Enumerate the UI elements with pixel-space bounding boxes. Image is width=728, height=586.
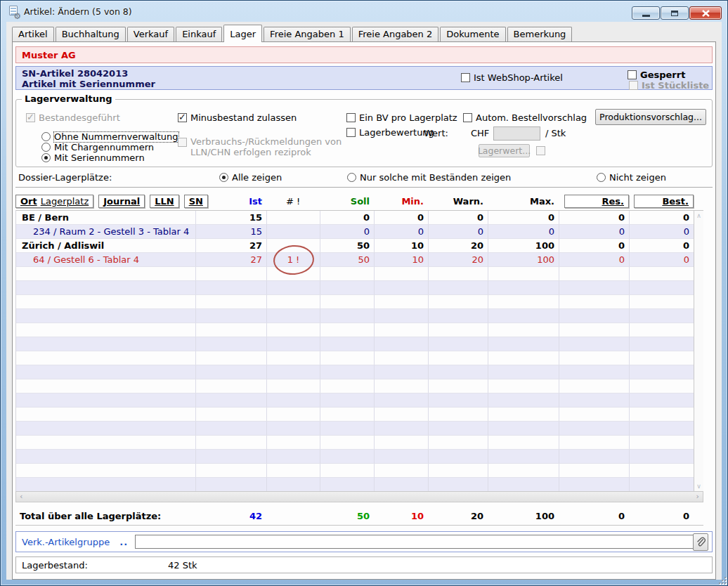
ort-label: Ort [20,196,37,207]
empty-cell [488,478,559,492]
empty-cell [196,393,267,408]
empty-cell [559,436,630,450]
tab-freie-angaben-2[interactable]: Freie Angaben 2 [352,27,439,41]
empty-cell [320,365,375,379]
company-name: Muster AG [22,50,76,60]
ein-bv-checkbox[interactable]: Ein BV pro Lagerplatz [346,113,457,123]
gesperrt-checkbox-box[interactable] [628,70,637,79]
column-header-min: Min. [374,196,428,207]
table-row-64-gestell6[interactable]: 64 / Gestell 6 - Tablar 4 27 1 ! 50 10 2… [16,253,694,267]
titlebar[interactable]: ⚙ Artikel: Ändern (5 von 8) [1,1,727,22]
ein-bv-label: Ein BV pro Lagerplatz [359,113,457,123]
empty-cell [630,365,694,379]
horizontal-scrollbar[interactable]: ‹ › [15,491,703,502]
radio-nur-mit-bestaenden[interactable]: Nur solche mit Beständen zeigen [347,173,511,183]
attachment-button[interactable] [693,533,708,551]
tab-einkauf[interactable]: Einkauf [176,27,222,41]
empty-cell [375,365,429,379]
total-ist: 42 [195,511,266,521]
best-header-button[interactable]: Best. [634,195,694,208]
empty-cell [196,295,267,309]
column-header-soll: Soll [320,196,374,207]
journal-button[interactable]: Journal [98,195,145,208]
radio-ohne-nummernverwaltung[interactable]: Ohne Nummernverwaltung [41,132,178,142]
vertical-scrollbar[interactable]: ∧ ∨ [694,211,703,491]
stueckliste-label: Ist Stückliste [642,81,709,91]
tab-lager[interactable]: Lager [223,25,262,42]
radio-nicht-zeigen[interactable]: Nicht zeigen [597,173,666,183]
radio-mit-chargennummern[interactable]: Mit Chargennummern [41,143,154,152]
empty-cell [320,408,375,422]
empty-cell [488,337,559,351]
radio-ohne-box[interactable] [41,132,51,141]
empty-cell [488,464,559,478]
verk-lookup-dots[interactable]: .. [119,537,128,547]
radio-serien-box[interactable] [41,153,51,162]
empty-cell [630,309,694,323]
ort-lagerplatz-header-button[interactable]: Ort Lagerplatz [15,195,93,208]
empty-cell [320,351,375,365]
gesperrt-checkbox[interactable]: Gesperrt [628,70,685,80]
tab-freie-angaben-1[interactable]: Freie Angaben 1 [264,27,351,41]
scroll-up-icon[interactable]: ∧ [694,212,703,219]
verk-artikelgruppe-input[interactable] [135,535,701,549]
empty-cell [630,478,694,492]
table-row-zuerich-adliswil[interactable]: Zürich / Adliswil 27 50 10 20 100 0 0 [16,239,694,253]
tab-buchhaltung[interactable]: Buchhaltung [56,27,126,41]
cell-min: 10 [375,239,429,253]
scroll-down-icon[interactable]: ∨ [694,483,703,490]
article-number: SN-Artikel 28042013 [22,68,155,79]
cell-min: 10 [375,253,429,267]
radio-ohne-label: Ohne Nummernverwaltung [54,132,178,142]
autom-checkbox-box[interactable] [463,113,472,122]
company-banner: Muster AG [15,46,713,63]
tab-dokumente[interactable]: Dokumente [440,27,505,41]
close-button[interactable] [689,6,722,20]
empty-cell [488,393,559,408]
empty-cell [16,323,196,337]
resize-grip[interactable] [717,575,726,584]
article-header: SN-Artikel 28042013 Artikel mit Seriennu… [15,66,713,90]
res-header-button[interactable]: Res. [564,195,629,208]
lagerbewertung-checkbox-box[interactable] [346,128,356,137]
radio-chargen-box[interactable] [41,143,51,152]
table-row-be-bern[interactable]: BE / Bern 15 0 0 0 0 0 0 [16,211,694,225]
ein-bv-checkbox-box[interactable] [346,113,356,122]
cell-soll: 0 [320,211,375,225]
webshop-checkbox[interactable]: Ist WebShop-Artikel [461,73,563,83]
empty-cell [488,436,559,450]
table-row-234-raum2[interactable]: 234 / Raum 2 - Gestell 3 - Tablar 4 15 0… [16,225,694,239]
empty-cell [16,450,196,464]
scroll-right-icon[interactable]: › [696,492,699,502]
verk-artikelgruppe-label: Verk.-Artikelgruppe [22,537,110,547]
minimize-button[interactable] [632,6,660,20]
radio-alle-zeigen[interactable]: Alle zeigen [219,173,282,183]
lagerplatz-label: Lagerplatz [41,196,89,207]
tab-page-lager: Muster AG SN-Artikel 28042013 Artikel mi… [12,41,716,580]
produktionsvorschlag-button[interactable]: Produktionsvorschlag... [595,109,706,125]
empty-cell [16,365,196,379]
bestandesgefuehrt-checkbox-box [26,113,35,122]
empty-cell [630,351,694,365]
radio-mit-seriennummern[interactable]: Mit Seriennummern [41,153,145,163]
maximize-button[interactable] [661,6,689,20]
empty-cell [196,365,267,379]
tab-bemerkung[interactable]: Bemerkung [507,27,573,41]
cell-ist: 15 [196,225,267,239]
radio-alle-box[interactable] [219,173,228,182]
tab-artikel[interactable]: Artikel [12,27,54,41]
empty-cell [630,281,694,295]
minusbestand-checkbox-box[interactable] [178,113,187,122]
empty-cell [559,295,630,309]
scroll-left-icon[interactable]: ‹ [20,492,22,502]
tab-verkauf[interactable]: Verkauf [127,27,174,41]
verbrauchs-checkbox: Verbrauchs-/Rückmeldungen von LLN/CHN er… [178,136,362,157]
autom-bestellvorschlag-checkbox[interactable]: Autom. Bestellvorschlag [463,113,587,123]
webshop-checkbox-box[interactable] [461,73,470,82]
lln-button[interactable]: LLN [150,195,178,208]
radio-nicht-box[interactable] [597,173,606,182]
empty-cell [320,267,375,281]
lagerbewertung-checkbox[interactable]: Lagerbewertung [346,128,434,138]
minusbestand-checkbox[interactable]: Minusbestand zulassen [178,113,297,123]
radio-nur-box[interactable] [347,173,356,182]
